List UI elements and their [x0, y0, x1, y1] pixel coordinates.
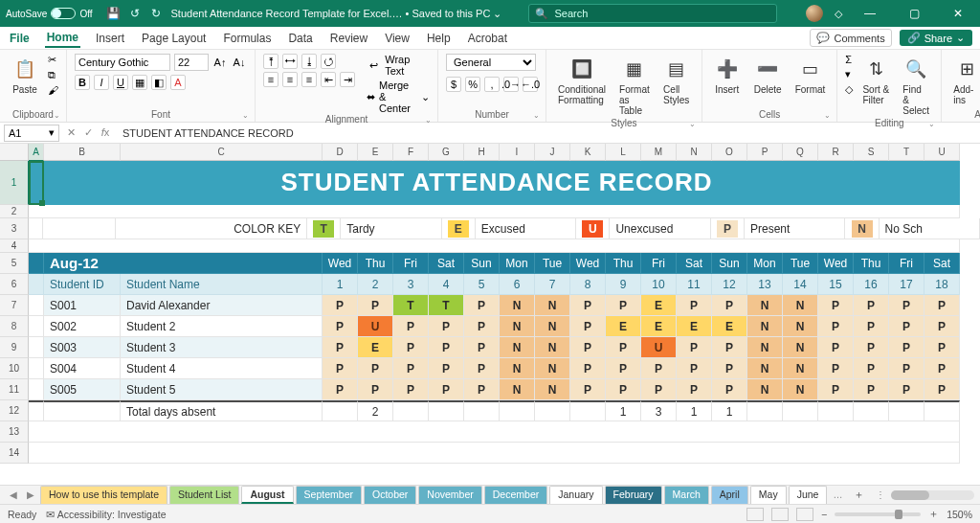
legend-label-N[interactable]: No Sch: [880, 218, 980, 239]
day-name-1[interactable]: Wed: [323, 253, 358, 274]
accessibility-status[interactable]: ✉ Accessibility: Investigate: [46, 509, 166, 520]
day-num-18[interactable]: 18: [924, 274, 960, 295]
tab-home[interactable]: Home: [45, 29, 80, 48]
sheet-tab-august[interactable]: August: [241, 486, 293, 504]
coming-soon-icon[interactable]: ◇: [835, 8, 842, 20]
sheet-tab-february[interactable]: February: [605, 486, 662, 504]
sheet-tab-june[interactable]: June: [789, 486, 828, 504]
number-format-select[interactable]: General: [446, 54, 536, 71]
attendance-cell[interactable]: T: [429, 295, 464, 316]
attendance-cell[interactable]: N: [747, 316, 783, 337]
zoom-in-icon[interactable]: ＋: [928, 508, 939, 521]
attendance-cell[interactable]: P: [570, 337, 606, 358]
attendance-cell[interactable]: P: [889, 379, 924, 400]
page-break-view-icon[interactable]: [796, 508, 813, 521]
insert-cells-button[interactable]: ➕Insert: [710, 54, 745, 97]
attendance-cell[interactable]: N: [500, 316, 535, 337]
align-center-icon[interactable]: ≡: [282, 72, 298, 87]
col-header-F[interactable]: F: [393, 144, 429, 161]
total-cell[interactable]: [500, 400, 535, 421]
sheet-tab-january[interactable]: January: [549, 486, 602, 504]
day-num-13[interactable]: 13: [747, 274, 783, 295]
increase-font-icon[interactable]: A↑: [212, 55, 228, 70]
attendance-cell[interactable]: P: [570, 316, 606, 337]
close-icon[interactable]: ✕: [942, 0, 974, 27]
font-color-icon[interactable]: A: [170, 75, 186, 90]
attendance-cell[interactable]: N: [783, 379, 818, 400]
cancel-formula-icon[interactable]: ✕: [63, 126, 78, 139]
total-cell[interactable]: 1: [606, 400, 641, 421]
attendance-cell[interactable]: N: [783, 316, 818, 337]
col-header-M[interactable]: M: [641, 144, 677, 161]
day-name-7[interactable]: Tue: [535, 253, 570, 274]
day-name-5[interactable]: Sun: [464, 253, 500, 274]
sheet-tab-may[interactable]: May: [750, 486, 787, 504]
attendance-cell[interactable]: E: [641, 295, 677, 316]
zoom-slider[interactable]: [835, 512, 921, 516]
attendance-cell[interactable]: E: [712, 316, 747, 337]
day-name-18[interactable]: Sat: [924, 253, 960, 274]
attendance-cell[interactable]: N: [500, 358, 535, 379]
attendance-cell[interactable]: N: [747, 379, 783, 400]
day-name-6[interactable]: Mon: [500, 253, 535, 274]
attendance-cell[interactable]: P: [464, 358, 500, 379]
col-header-H[interactable]: H: [464, 144, 500, 161]
row-header-13[interactable]: 13: [0, 421, 29, 443]
col-header-Q[interactable]: Q: [783, 144, 818, 161]
attendance-cell[interactable]: P: [429, 337, 464, 358]
underline-icon[interactable]: U: [113, 75, 128, 90]
share-button[interactable]: 🔗 Share ⌄: [900, 30, 972, 46]
attendance-cell[interactable]: P: [712, 295, 747, 316]
attendance-cell[interactable]: P: [464, 316, 500, 337]
attendance-cell[interactable]: P: [818, 379, 854, 400]
row-header-10[interactable]: 10: [0, 358, 29, 379]
comma-icon[interactable]: ,: [484, 77, 500, 92]
total-cell[interactable]: [747, 400, 783, 421]
attendance-cell[interactable]: P: [677, 337, 712, 358]
attendance-cell[interactable]: P: [464, 379, 500, 400]
sheet-tab-april[interactable]: April: [711, 486, 748, 504]
total-cell[interactable]: [818, 400, 854, 421]
day-num-5[interactable]: 5: [464, 274, 500, 295]
align-top-icon[interactable]: ⭱: [263, 54, 278, 69]
sheet-more-icon[interactable]: …: [829, 489, 846, 500]
attendance-cell[interactable]: P: [641, 358, 677, 379]
orientation-icon[interactable]: ⭯: [321, 54, 336, 69]
attendance-cell[interactable]: N: [500, 379, 535, 400]
col-header-D[interactable]: D: [323, 144, 358, 161]
align-bottom-icon[interactable]: ⭳: [301, 54, 317, 69]
horizontal-scrollbar[interactable]: [891, 490, 974, 500]
student-name[interactable]: David Alexander: [121, 295, 323, 316]
attendance-cell[interactable]: T: [393, 295, 429, 316]
attendance-cell[interactable]: P: [818, 358, 854, 379]
sheet-tab-september[interactable]: September: [296, 486, 362, 504]
col-header-E[interactable]: E: [358, 144, 393, 161]
save-icon[interactable]: 💾: [106, 6, 122, 21]
day-name-12[interactable]: Sun: [712, 253, 747, 274]
maximize-icon[interactable]: ▢: [898, 0, 930, 27]
day-num-1[interactable]: 1: [323, 274, 358, 295]
tab-acrobat[interactable]: Acrobat: [466, 30, 509, 47]
minimize-icon[interactable]: —: [854, 0, 886, 27]
col-header-C[interactable]: C: [121, 144, 323, 161]
sheet-menu-icon[interactable]: ⋮: [872, 489, 889, 500]
header-student-name[interactable]: Student Name: [121, 274, 323, 295]
cells-area[interactable]: STUDENT ATTENDANCE RECORDCOLOR KEYTTardy…: [29, 161, 980, 485]
attendance-cell[interactable]: P: [358, 358, 393, 379]
attendance-cell[interactable]: P: [712, 337, 747, 358]
legend-key-U[interactable]: U: [576, 218, 610, 239]
total-cell[interactable]: [429, 400, 464, 421]
bold-icon[interactable]: B: [75, 75, 90, 90]
attendance-cell[interactable]: P: [323, 337, 358, 358]
attendance-cell[interactable]: N: [783, 295, 818, 316]
day-num-10[interactable]: 10: [641, 274, 677, 295]
col-header-J[interactable]: J: [535, 144, 570, 161]
font-size-input[interactable]: [174, 54, 209, 71]
attendance-cell[interactable]: P: [854, 358, 889, 379]
fill-color-icon[interactable]: ◧: [151, 75, 167, 90]
italic-icon[interactable]: I: [94, 75, 109, 90]
row-header-14[interactable]: 14: [0, 443, 29, 464]
delete-cells-button[interactable]: ➖Delete: [750, 54, 786, 97]
align-middle-icon[interactable]: ⭤: [282, 54, 298, 69]
paste-button[interactable]: 📋Paste: [8, 54, 42, 97]
